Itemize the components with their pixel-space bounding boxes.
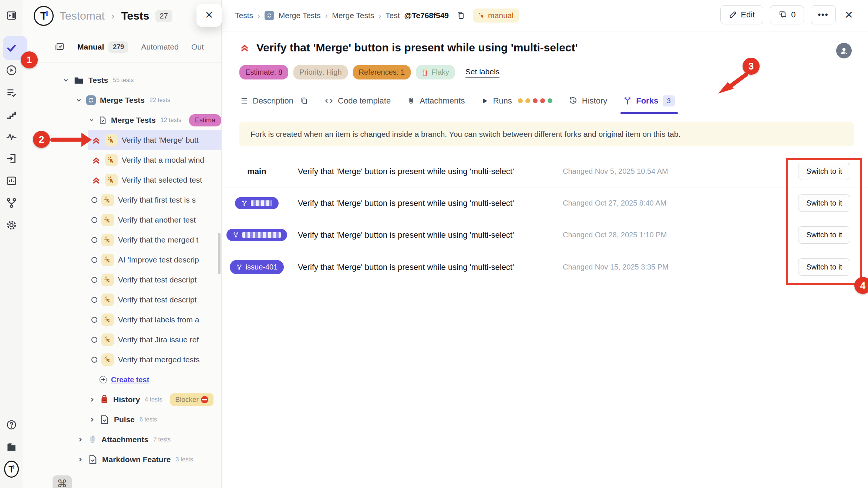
- popcorn-emoji-icon: [422, 69, 428, 76]
- breadcrumb-section[interactable]: Tests: [121, 10, 149, 22]
- tree-row-markdown-feature[interactable]: Markdown Feature 3 tests: [23, 450, 221, 470]
- paperclip-icon: [407, 97, 415, 105]
- tab-automated[interactable]: Automated: [141, 43, 179, 51]
- comments-button[interactable]: 0: [770, 5, 804, 24]
- tab-manual[interactable]: Manual 279: [77, 41, 128, 53]
- tree-row-test[interactable]: Verify that labels from a: [23, 310, 221, 330]
- click-emoji-icon: [105, 174, 118, 186]
- tree-row-merge-tests-file[interactable]: Merge Tests 12 tests Estima: [23, 110, 221, 130]
- document-check-icon: [100, 414, 110, 425]
- pulse-icon[interactable]: [4, 129, 19, 144]
- tab-description[interactable]: Description: [239, 96, 308, 106]
- testomat-logo-icon[interactable]: T: [4, 462, 19, 477]
- tree-row-tests[interactable]: Tests 55 tests: [23, 70, 221, 90]
- tab-code-template[interactable]: Code template: [324, 96, 391, 106]
- chevron-down-icon: [63, 77, 69, 84]
- fork-row-branch: Verify that 'Merge' button is present wh…: [222, 219, 868, 251]
- chevron-right-icon: [89, 416, 95, 423]
- tree-row-attachments[interactable]: Attachments 7 tests: [23, 430, 221, 450]
- command-palette-button[interactable]: ⌘: [53, 475, 72, 488]
- avatar: [836, 43, 852, 58]
- tree-row-test[interactable]: Verify that a modal wind: [23, 150, 221, 170]
- tree-row-test[interactable]: Verify that test descript: [23, 270, 221, 290]
- copy-description-icon[interactable]: [300, 97, 308, 105]
- fork-row-main: main Verify that 'Merge' button is prese…: [222, 156, 868, 187]
- click-emoji-icon: [101, 314, 114, 326]
- tree-header: T Testomat › Tests 27: [23, 0, 221, 32]
- tree-row-test[interactable]: Verify that test descript: [23, 290, 221, 310]
- edit-button[interactable]: Edit: [720, 5, 763, 24]
- set-labels-link[interactable]: Set labels: [465, 67, 499, 78]
- tree-scrollbar[interactable]: [218, 233, 221, 274]
- tab-outdated[interactable]: Out: [191, 43, 204, 51]
- run-status-dots: [518, 98, 552, 103]
- help-icon[interactable]: [4, 417, 19, 432]
- click-emoji-icon: [101, 333, 114, 346]
- tree-row-history[interactable]: History 4 tests Blocker: [23, 390, 221, 410]
- breadcrumb-separator: ›: [325, 11, 328, 20]
- branch-badge-redacted: [226, 229, 287, 241]
- breadcrumb-tests[interactable]: Tests: [235, 11, 253, 20]
- fork-icon: [233, 232, 239, 238]
- testomat-logo[interactable]: T: [34, 6, 54, 26]
- tab-runs[interactable]: Runs: [481, 96, 552, 106]
- tests-tree-panel: T Testomat › Tests 27 Manual 279 Automat…: [23, 0, 221, 488]
- create-test-link[interactable]: Create test: [23, 370, 221, 390]
- copy-id-icon[interactable]: [456, 11, 465, 20]
- folder-icon: [73, 75, 84, 86]
- tree-row-test[interactable]: Verify that merged tests: [23, 350, 221, 370]
- collapse-panel-icon[interactable]: [4, 8, 19, 23]
- select-all-icon[interactable]: [54, 42, 65, 52]
- checklist-icon[interactable]: [4, 85, 19, 100]
- forks-count-badge: 3: [663, 95, 675, 106]
- detail-actions: Edit 0 ••• ✕: [720, 5, 855, 24]
- fork-changed-date: Changed Oct 27, 2025 8:40 AM: [563, 199, 788, 207]
- more-actions-button[interactable]: •••: [811, 5, 835, 24]
- projects-folder-icon[interactable]: [4, 440, 19, 454]
- tab-history[interactable]: History: [569, 96, 607, 106]
- status-circle-icon: [91, 357, 97, 363]
- runs-icon[interactable]: [4, 63, 19, 78]
- comment-icon: [778, 10, 787, 19]
- tree-tabs: Manual 279 Automated Out: [23, 32, 221, 62]
- settings-icon[interactable]: [4, 218, 19, 233]
- breadcrumb-merge-tests-2[interactable]: Merge Tests: [332, 11, 374, 20]
- tab-forks[interactable]: Forks 3: [623, 95, 675, 106]
- click-emoji-icon: [101, 353, 114, 366]
- tree-row-test[interactable]: Verify that first test is s: [23, 190, 221, 210]
- close-detail-icon[interactable]: ✕: [842, 9, 855, 21]
- sync-emoji-icon: [86, 95, 96, 105]
- steps-icon[interactable]: [4, 107, 19, 122]
- tree-row-test[interactable]: Verify that the merged t: [23, 230, 221, 250]
- fork-title: Verify that 'Merge' button is present wh…: [298, 165, 557, 178]
- import-icon[interactable]: [4, 151, 19, 166]
- status-circle-icon: [91, 337, 97, 343]
- fork-icon: [241, 200, 248, 206]
- tree-row-test[interactable]: Verify that another test: [23, 210, 221, 230]
- tree-row-merge-tests-suite[interactable]: Merge Tests 22 tests: [23, 90, 221, 110]
- fork-icon: [623, 97, 632, 105]
- tree-row-test[interactable]: Verify that Jira issue ref: [23, 330, 221, 350]
- estimate-badge: Estima: [189, 114, 221, 126]
- tree-row-test[interactable]: AI 'Improve test descrip: [23, 250, 221, 270]
- tree-row-test[interactable]: Verify that selected test: [23, 170, 221, 190]
- click-emoji-icon: [101, 274, 114, 286]
- close-tree-button[interactable]: ✕: [196, 4, 222, 27]
- forks-list: main Verify that 'Merge' button is prese…: [222, 156, 868, 283]
- analytics-icon[interactable]: [4, 173, 19, 188]
- pencil-icon: [729, 11, 737, 19]
- chevron-right-icon: [77, 436, 84, 443]
- fork-row-branch: Verify that 'Merge' button is present wh…: [222, 187, 868, 219]
- test-detail-panel: Tests › Merge Tests › Merge Tests › Test…: [221, 0, 868, 488]
- tree-rows: Tests 55 tests Merge Tests 22 tests Merg…: [23, 70, 221, 470]
- tests-icon[interactable]: [4, 41, 19, 55]
- label-estimate: Estimate: 8: [239, 65, 288, 79]
- branches-icon[interactable]: [4, 196, 19, 210]
- tests-count-badge: 27: [155, 10, 172, 22]
- list-icon: [239, 96, 248, 105]
- page-title: Verify that 'Merge' button is present wh…: [256, 41, 578, 54]
- fork-changed-date: Changed Nov 15, 2025 3:35 PM: [563, 263, 788, 271]
- breadcrumb-merge-tests[interactable]: Merge Tests: [279, 11, 321, 20]
- tab-attachments[interactable]: Attachments: [407, 96, 465, 106]
- tree-row-pulse[interactable]: Pulse 6 tests: [23, 410, 221, 430]
